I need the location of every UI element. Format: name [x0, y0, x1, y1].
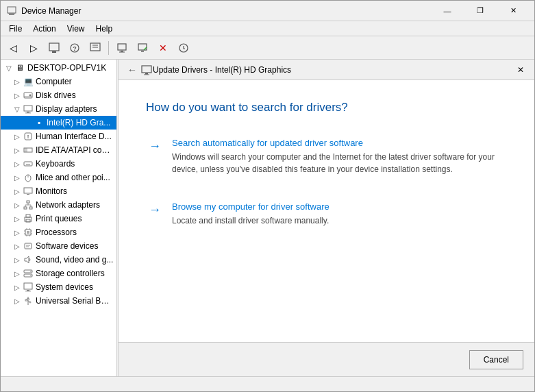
storage-icon	[23, 268, 34, 279]
expand-network[interactable]: ▷	[12, 199, 23, 210]
expand-system[interactable]: ▷	[12, 282, 23, 293]
dialog-title: Update Drivers - Intel(R) HD Graphics	[153, 65, 291, 75]
expand-ide[interactable]: ▷	[12, 145, 23, 156]
intel-icon: ▪	[34, 117, 45, 128]
close-button[interactable]: ✕	[497, 1, 529, 21]
search-auto-title[interactable]: Search automatically for updated driver …	[172, 138, 501, 148]
tree-item-intel-hd[interactable]: ▷ ▪ Intel(R) HD Gra...	[1, 116, 116, 130]
tree-label-ide: IDE ATA/ATAPI cont...	[36, 145, 114, 155]
tree-root[interactable]: ▽ 🖥 DESKTOP-OPLFV1K	[1, 61, 116, 75]
expand-storage[interactable]: ▷	[12, 268, 23, 279]
main-content: ▽ 🖥 DESKTOP-OPLFV1K ▷ 💻 Computer ▷ Disk …	[1, 60, 534, 376]
tree-item-print[interactable]: ▷ Print queues	[1, 212, 116, 225]
toolbar-btn-remove[interactable]: ✕	[153, 39, 173, 57]
tree-item-ide[interactable]: ▷ IDE ATA/ATAPI cont...	[1, 143, 116, 157]
tree-item-processors[interactable]: ▷ Processors	[1, 225, 116, 239]
expand-print[interactable]: ▷	[12, 213, 23, 224]
forward-toolbar-btn[interactable]: ▷	[24, 39, 43, 57]
tree-item-mice[interactable]: ▷ Mice and other poi...	[1, 171, 116, 184]
minimize-button[interactable]: —	[432, 1, 463, 21]
tree-label-sound: Sound, video and g...	[36, 255, 113, 265]
dialog-back-button[interactable]: ←	[124, 62, 140, 78]
svg-rect-0	[8, 7, 16, 13]
dialog-question: How do you want to search for drivers?	[146, 101, 507, 114]
tree-item-keyboard[interactable]: ▷ Keyboards	[1, 157, 116, 171]
tree-label-network: Network adapters	[36, 200, 100, 210]
tree-label-print: Print queues	[36, 214, 82, 223]
tree-item-display[interactable]: ▽ Display adapters	[1, 102, 116, 116]
tree-panel: ▽ 🖥 DESKTOP-OPLFV1K ▷ 💻 Computer ▷ Disk …	[1, 60, 117, 376]
menu-action[interactable]: Action	[27, 23, 61, 35]
window-title: Device Manager	[21, 6, 432, 16]
print-icon	[23, 213, 34, 224]
tree-item-hid[interactable]: ▷ Human Interface D...	[1, 130, 116, 143]
expand-disk[interactable]: ▷	[12, 90, 23, 101]
system-icon	[23, 282, 34, 293]
expand-keyboard[interactable]: ▷	[12, 158, 23, 169]
svg-rect-10	[118, 44, 126, 50]
processor-icon	[23, 227, 34, 238]
tree-item-software[interactable]: ▷ Software devices	[1, 239, 116, 253]
dialog-header-icon	[140, 64, 153, 76]
dialog-close-button[interactable]: ✕	[512, 62, 529, 78]
tree-item-network[interactable]: ▷ Network adapters	[1, 198, 116, 212]
svg-text:?: ?	[73, 45, 77, 52]
tree-item-computer[interactable]: ▷ 💻 Computer	[1, 75, 116, 88]
svg-rect-79	[144, 74, 149, 75]
tree-item-usb[interactable]: ▷ Universal Serial Bus...	[1, 294, 116, 308]
toolbar-btn-5[interactable]	[86, 39, 105, 57]
toolbar-btn-4[interactable]: ?	[65, 39, 84, 57]
toolbar-btn-3[interactable]	[45, 39, 64, 57]
restore-button[interactable]: ❐	[464, 1, 496, 21]
toolbar: ◁ ▷ ? ✕	[1, 36, 534, 60]
svg-rect-2	[8, 13, 15, 14]
svg-rect-12	[119, 51, 125, 52]
cancel-button[interactable]: Cancel	[469, 350, 523, 369]
disk-icon	[23, 90, 34, 101]
svg-rect-51	[27, 231, 29, 234]
computer-item-icon: 💻	[23, 76, 34, 87]
toolbar-btn-monitor[interactable]	[112, 39, 132, 57]
expand-usb[interactable]: ▷	[12, 295, 23, 306]
expand-sound[interactable]: ▷	[12, 254, 23, 265]
expand-root[interactable]: ▽	[3, 62, 14, 73]
back-toolbar-btn[interactable]: ◁	[3, 39, 23, 57]
menu-file[interactable]: File	[3, 23, 27, 35]
sound-icon	[23, 254, 34, 265]
tree-label-hid: Human Interface D...	[36, 132, 112, 141]
toolbar-btn-add[interactable]	[133, 39, 152, 57]
hid-icon	[23, 131, 34, 142]
toolbar-btn-update[interactable]	[174, 39, 193, 57]
expand-processors[interactable]: ▷	[12, 227, 23, 238]
expand-monitors[interactable]: ▷	[12, 186, 23, 197]
keyboard-icon	[23, 158, 34, 169]
expand-display[interactable]: ▽	[12, 103, 23, 114]
expand-computer[interactable]: ▷	[12, 76, 23, 87]
tree-item-disk[interactable]: ▷ Disk drives	[1, 88, 116, 102]
svg-rect-38	[24, 188, 32, 193]
tree-label-keyboard: Keyboards	[36, 159, 75, 169]
tree-label-computer: Computer	[36, 77, 72, 86]
tree-item-sound[interactable]: ▷ Sound, video and g...	[1, 253, 116, 267]
svg-rect-48	[26, 215, 30, 217]
menu-help[interactable]: Help	[90, 23, 119, 35]
tree-item-storage[interactable]: ▷ Storage controllers	[1, 267, 116, 280]
expand-mice[interactable]: ▷	[12, 172, 23, 183]
tree-label-intel: Intel(R) HD Gra...	[47, 118, 110, 127]
dialog-title-bar: ← Update Drivers - Intel(R) HD Graphics …	[119, 60, 534, 80]
svg-rect-11	[121, 51, 123, 52]
search-auto-option[interactable]: → Search automatically for updated drive…	[146, 135, 507, 178]
tree-label-system: System devices	[36, 282, 93, 292]
tree-label-processors: Processors	[36, 228, 77, 237]
display-icon	[23, 103, 34, 114]
browse-title[interactable]: Browse my computer for driver software	[172, 201, 329, 212]
browse-option[interactable]: → Browse my computer for driver software…	[146, 199, 507, 230]
search-auto-arrow-icon: →	[149, 139, 161, 154]
browse-content: Browse my computer for driver software L…	[172, 201, 329, 227]
svg-rect-74	[25, 299, 27, 301]
expand-software[interactable]: ▷	[12, 241, 23, 252]
tree-item-monitors[interactable]: ▷ Monitors	[1, 184, 116, 198]
tree-item-system[interactable]: ▷ System devices	[1, 280, 116, 294]
menu-view[interactable]: View	[62, 23, 90, 35]
expand-hid[interactable]: ▷	[12, 131, 23, 142]
